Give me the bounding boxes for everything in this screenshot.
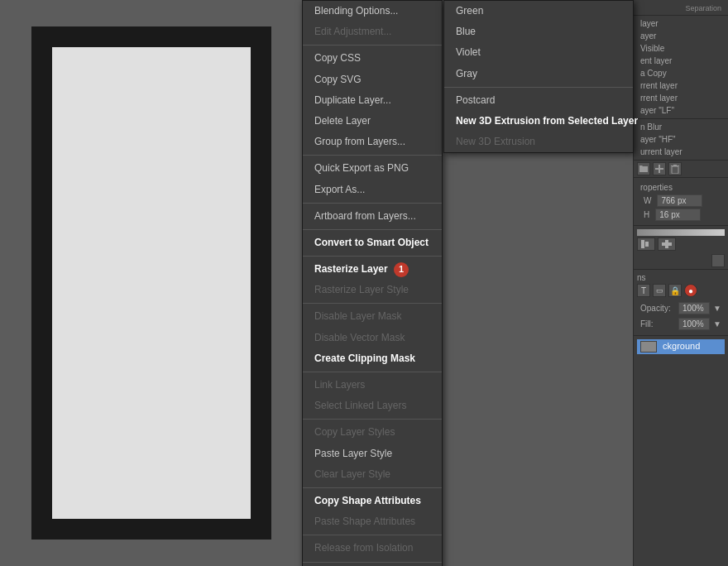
menu-rasterize-layer-style[interactable]: Rasterize Layer Style [303,280,442,300]
svg-rect-2 [672,166,678,174]
icon-circle-red[interactable]: ● [684,284,697,297]
separation-label: Separation [682,2,725,14]
icon-lock[interactable]: 🔒 [668,284,682,297]
divider-10 [303,535,442,535]
menu-select-linked-layers[interactable]: Select Linked Layers [303,396,442,416]
divider-7 [303,372,442,372]
divider-2 [303,155,442,156]
ns-label: ns [637,273,646,282]
submenu-blue[interactable]: Blue [444,22,633,42]
submenu-divider-1 [444,87,633,88]
menu-duplicate-layer[interactable]: Duplicate Layer... [303,90,442,111]
properties-label: roperties [637,181,725,194]
menu-quick-export[interactable]: Quick Export as PNG [303,158,442,179]
menu-export-as[interactable]: Export As... [303,180,442,200]
svg-rect-4 [673,165,677,165]
opacity-value[interactable]: 100% [678,302,710,314]
rasterize-badge: 1 [394,262,409,277]
slider-bar[interactable] [637,229,725,236]
context-menu: Blending Options... Edit Adjustment... C… [302,0,443,566]
align-icon-1[interactable] [637,237,655,251]
canvas-inner [52,47,251,519]
layer-label-4: ent layer [637,55,725,67]
panel-icon-add[interactable] [653,162,666,175]
svg-rect-1 [655,168,663,170]
height-value[interactable]: 16 px [655,209,701,221]
layer-label-2: ayer [637,30,725,42]
divider-4 [303,229,442,230]
menu-group-from-layers[interactable]: Group from Layers... [303,132,442,152]
menu-clear-layer-style[interactable]: Clear Layer Style [303,464,442,485]
menu-paste-layer-style[interactable]: Paste Layer Style [303,444,442,464]
submenu-postcard[interactable]: Postcard [444,90,633,111]
submenu-gray[interactable]: Gray [444,64,633,84]
divider-8 [303,419,442,420]
layer-bg-label: ckground [663,341,700,351]
menu-edit-adjustment[interactable]: Edit Adjustment... [303,22,442,42]
blur-label: n Blur [637,121,725,133]
divider-3 [303,203,442,204]
svg-rect-8 [665,240,668,248]
icon-text-t[interactable]: T [637,284,650,297]
menu-copy-layer-styles[interactable]: Copy Layer Styles [303,422,442,443]
menu-release-from-isolation[interactable]: Release from Isolation [303,538,442,559]
menu-delete-layer[interactable]: Delete Layer [303,111,442,132]
panel-icon-folder[interactable] [637,162,650,175]
active-layer-item[interactable]: ckground [637,339,725,354]
square-icon[interactable] [711,254,725,267]
hf-label: ayer "HF" [637,133,725,146]
svg-rect-3 [671,165,679,166]
menu-convert-smart-object[interactable]: Convert to Smart Object [303,233,442,253]
menu-artboard-from-layers[interactable]: Artboard from Layers... [303,206,442,227]
submenu: Green Blue Violet Gray Postcard New 3D E… [443,0,634,153]
divider-1 [303,45,442,46]
height-label: H [640,209,653,221]
submenu-green[interactable]: Green [444,1,633,22]
layer-label-3: Visible [637,42,725,55]
svg-rect-5 [641,240,644,248]
icon-rect[interactable]: ▭ [653,284,666,297]
canvas-frame [31,26,271,540]
svg-rect-6 [645,242,649,247]
fill-label: Fill: [640,319,675,329]
menu-copy-shape-attributes[interactable]: Copy Shape Attributes [303,491,442,511]
menu-paste-shape-attributes[interactable]: Paste Shape Attributes [303,511,442,532]
menu-create-clipping-mask[interactable]: Create Clipping Mask [303,348,442,369]
layer-label-6: rrent layer [637,79,725,92]
fill-value[interactable]: 100% [678,318,710,330]
divider-6 [303,303,442,304]
submenu-violet[interactable]: Violet [444,42,633,63]
menu-blending-options[interactable]: Blending Options... [303,1,442,22]
layer-label-7: rrent layer [637,92,725,104]
layer-thumbnail [640,341,657,353]
submenu-new-3d-extrusion[interactable]: New 3D Extrusion [444,132,633,152]
panel-icon-delete[interactable] [668,162,682,175]
right-panel: Separation layer ayer Visible ent layer … [633,0,728,566]
menu-copy-css[interactable]: Copy CSS [303,48,442,69]
layer-label-8: ayer "LF" [637,104,725,117]
menu-copy-svg[interactable]: Copy SVG [303,70,442,90]
menu-rasterize-layer[interactable]: Rasterize Layer 1 [303,259,442,280]
divider-11 [303,562,442,563]
divider-9 [303,487,442,488]
menu-link-layers[interactable]: Link Layers [303,375,442,396]
submenu-new-3d-extrusion-selected[interactable]: New 3D Extrusion from Selected Layer [444,111,633,132]
layer-label-1: layer [637,17,725,30]
align-icon-2[interactable] [658,237,676,251]
width-value[interactable]: 766 px [657,194,702,207]
menu-disable-vector-mask[interactable]: Disable Vector Mask [303,328,442,348]
divider-5 [303,256,442,257]
opacity-label: Opacity: [640,304,675,313]
width-label: W [640,194,654,207]
canvas-area [0,0,302,566]
current-layer-label: urrent layer [637,146,725,158]
layer-label-5: a Copy [637,67,725,79]
menu-disable-layer-mask[interactable]: Disable Layer Mask [303,306,442,327]
